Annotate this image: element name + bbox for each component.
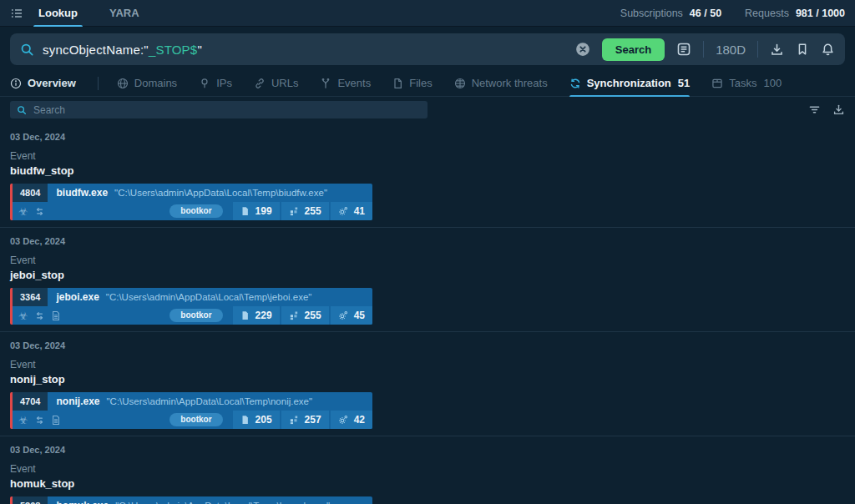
swap-arrows-icon [34, 415, 45, 426]
process-path: "C:\Users\admin\AppData\Local\Temp\biudf… [114, 188, 327, 198]
files-counter[interactable]: 199 [233, 202, 280, 220]
modules-count: 255 [305, 205, 321, 217]
connections-count: 42 [354, 414, 365, 426]
tab-lookup[interactable]: Lookup [37, 0, 79, 27]
tab-files-label: Files [409, 77, 432, 89]
tab-synchronization-label: Synchronization [587, 77, 671, 89]
event-name: jeboi_stop [10, 269, 845, 281]
event-name: homuk_stop [10, 477, 845, 490]
process-path: "C:\Users\admin\AppData\Local\Temp\nonij… [107, 396, 313, 406]
tab-lookup-label: Lookup [38, 7, 78, 19]
result-group: 03 Dec, 2024 Event homuk_stop 5308 homuk… [0, 445, 855, 504]
query-highlight: _STOP$ [149, 43, 197, 57]
tab-synchronization-count: 51 [678, 77, 690, 89]
file-icon [240, 310, 250, 320]
search-query-input[interactable]: syncObjectName:"_STOP$" [43, 43, 575, 57]
connections-counter[interactable]: 41 [331, 202, 372, 220]
gear-icon [338, 206, 348, 216]
connections-counter[interactable]: 42 [331, 411, 372, 429]
download-results-icon[interactable] [832, 103, 845, 116]
process-path: "C:\Users\admin\AppData\Local\Temp\jeboi… [106, 292, 312, 302]
tab-yara[interactable]: YARA [108, 0, 141, 27]
files-count: 229 [255, 310, 272, 321]
tasks-window-icon [711, 78, 723, 89]
biohazard-icon: ☣ [18, 415, 28, 426]
document-icon [51, 415, 61, 426]
results-toolbar [0, 97, 855, 123]
process-name: biudfw.exe [56, 187, 108, 199]
tab-urls-label: URLs [271, 77, 299, 89]
tab-overview-label: Overview [28, 77, 76, 89]
tab-yara-label: YARA [109, 7, 139, 19]
sync-icon [569, 78, 581, 89]
bookmark-icon[interactable] [796, 43, 809, 56]
tab-synchronization[interactable]: Synchronization 51 [569, 70, 691, 97]
swap-arrows-icon [34, 206, 45, 217]
malware-family-badge[interactable]: bootkor [169, 309, 222, 322]
search-button[interactable]: Search [602, 38, 665, 61]
process-path: "C:\Users\admin\AppData\Local\Temp\homuk… [115, 501, 330, 504]
menu-list-icon[interactable] [10, 7, 23, 20]
gear-icon [338, 415, 348, 425]
pid-badge: 5308 [13, 496, 48, 504]
tab-urls[interactable]: URLs [254, 70, 299, 97]
files-count: 205 [255, 414, 272, 426]
search-icon [20, 43, 34, 57]
tab-files[interactable]: Files [392, 70, 432, 97]
results-search-input[interactable] [33, 104, 421, 116]
divider [98, 77, 99, 90]
info-icon [10, 78, 22, 89]
files-counter[interactable]: 229 [233, 306, 280, 325]
results-search-box[interactable] [10, 101, 428, 118]
process-name: homuk.exe [56, 500, 109, 504]
process-card[interactable]: 5308 homuk.exe "C:\Users\admin\AppData\L… [10, 496, 372, 504]
query-history-icon[interactable] [676, 42, 691, 57]
clear-query-icon[interactable] [575, 42, 590, 57]
event-name: biudfw_stop [10, 164, 845, 177]
group-date: 03 Dec, 2024 [10, 445, 845, 456]
filter-icon[interactable] [808, 103, 821, 116]
connections-count: 41 [354, 205, 365, 217]
tab-ips-label: IPs [216, 77, 232, 89]
process-card[interactable]: 4704 nonij.exe "C:\Users\admin\AppData\L… [10, 392, 372, 429]
modules-icon [289, 415, 299, 425]
search-icon [17, 105, 27, 115]
malware-family-badge[interactable]: bootkor [169, 204, 222, 218]
tab-tasks[interactable]: Tasks 100 [711, 70, 782, 97]
top-bar: Lookup YARA Subscriptions 46 / 50 Reques… [0, 0, 855, 27]
download-icon[interactable] [770, 43, 784, 57]
modules-count: 255 [305, 310, 321, 321]
requests-stat: Requests 981 / 1000 [745, 8, 845, 19]
tab-events[interactable]: Events [320, 70, 371, 97]
malware-family-badge[interactable]: bootkor [169, 413, 222, 426]
files-counter[interactable]: 205 [233, 411, 280, 429]
modules-counter[interactable]: 255 [281, 306, 329, 325]
file-icon [240, 206, 250, 216]
tab-network-threats[interactable]: Network threats [454, 70, 548, 97]
connections-counter[interactable]: 45 [331, 306, 372, 325]
tab-ips[interactable]: IPs [199, 70, 232, 97]
subscriptions-label: Subscriptions [620, 8, 683, 19]
group-kind-label: Event [10, 463, 845, 475]
tab-overview[interactable]: Overview [10, 70, 76, 97]
tab-events-label: Events [337, 77, 371, 89]
document-icon [51, 310, 61, 321]
process-card[interactable]: 4804 biudfw.exe "C:\Users\admin\AppData\… [10, 184, 372, 220]
result-group: 03 Dec, 2024 Event nonij_stop 4704 nonij… [0, 340, 855, 436]
gear-icon [338, 310, 348, 320]
tab-tasks-label: Tasks [729, 77, 756, 89]
group-date: 03 Dec, 2024 [10, 340, 845, 351]
pid-badge: 3364 [13, 288, 48, 306]
modules-counter[interactable]: 255 [281, 202, 329, 220]
modules-counter[interactable]: 257 [281, 411, 329, 429]
file-icon [392, 78, 403, 89]
result-tabs: Overview Domains IPs URLs Events Files [0, 70, 855, 97]
search-period[interactable]: 180D [716, 43, 746, 57]
bell-icon[interactable] [821, 43, 835, 57]
result-group: 03 Dec, 2024 Event biudfw_stop 4804 biud… [0, 132, 855, 228]
link-icon [254, 78, 266, 89]
tab-tasks-count: 100 [764, 77, 782, 89]
pid-badge: 4804 [13, 184, 48, 202]
tab-domains[interactable]: Domains [117, 70, 177, 97]
process-card[interactable]: 3364 jeboi.exe "C:\Users\admin\AppData\L… [10, 288, 372, 325]
